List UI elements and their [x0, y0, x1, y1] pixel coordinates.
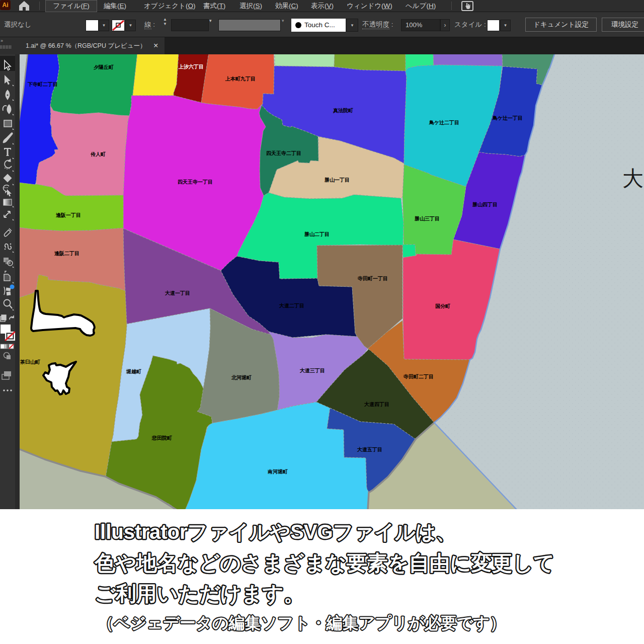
svg-text:（ベジェデータの編集ソフト・編集アプリが必要です）: （ベジェデータの編集ソフト・編集アプリが必要です）: [98, 614, 506, 632]
svg-text:真法院町: 真法院町: [333, 108, 353, 113]
svg-text:四天王寺二丁目: 四天王寺二丁目: [266, 150, 301, 156]
svg-text:IllustratorファイルやSVGファイルは、: IllustratorファイルやSVGファイルは、: [95, 521, 456, 543]
svg-text:ご利用いただけます。: ご利用いただけます。: [95, 582, 304, 605]
svg-text:鳥ケ辻一丁目: 鳥ケ辻一丁目: [492, 115, 523, 121]
svg-text:寺田町一丁目: 寺田町一丁目: [357, 276, 388, 281]
svg-text:逢阪一丁目: 逢阪一丁目: [56, 212, 81, 218]
svg-text:大道三丁目: 大道三丁目: [299, 368, 325, 373]
svg-text:鳥ケ辻二丁目: 鳥ケ辻二丁目: [429, 120, 459, 125]
svg-text:茶臼山町: 茶臼山町: [20, 359, 40, 365]
svg-text:勝山一丁目: 勝山一丁目: [324, 177, 350, 183]
svg-text:下寺町二丁目: 下寺町二丁目: [27, 82, 58, 87]
svg-text:北河堀町: 北河堀町: [231, 375, 252, 380]
svg-text:大道四丁目: 大道四丁目: [364, 401, 389, 407]
svg-text:大阪: 大阪: [622, 167, 644, 190]
svg-text:堀越町: 堀越町: [126, 369, 141, 374]
svg-text:寺田町二丁目: 寺田町二丁目: [403, 374, 434, 379]
svg-text:伶人町: 伶人町: [90, 151, 106, 157]
svg-text:勝山四丁目: 勝山四丁目: [472, 202, 498, 207]
svg-text:大道五丁目: 大道五丁目: [357, 447, 382, 452]
svg-text:上本町九丁目: 上本町九丁目: [225, 76, 256, 82]
svg-text:悲田院町: 悲田院町: [151, 435, 172, 441]
svg-text:大道一丁目: 大道一丁目: [165, 290, 190, 296]
svg-text:逢阪二丁目: 逢阪二丁目: [54, 251, 79, 256]
svg-text:夕陽丘町: 夕陽丘町: [93, 64, 114, 70]
svg-text:国分町: 国分町: [435, 303, 450, 309]
svg-text:勝山三丁目: 勝山三丁目: [414, 216, 440, 221]
svg-text:大道二丁目: 大道二丁目: [279, 303, 304, 308]
svg-text:上汐六丁目: 上汐六丁目: [178, 64, 204, 70]
svg-text:色や地名などのさまざまな要素を自由に変更して: 色や地名などのさまざまな要素を自由に変更して: [94, 551, 555, 575]
svg-text:四天王寺一丁目: 四天王寺一丁目: [178, 179, 213, 185]
svg-text:勝山二丁目: 勝山二丁目: [304, 231, 330, 237]
svg-text:南河堀町: 南河堀町: [268, 469, 288, 474]
